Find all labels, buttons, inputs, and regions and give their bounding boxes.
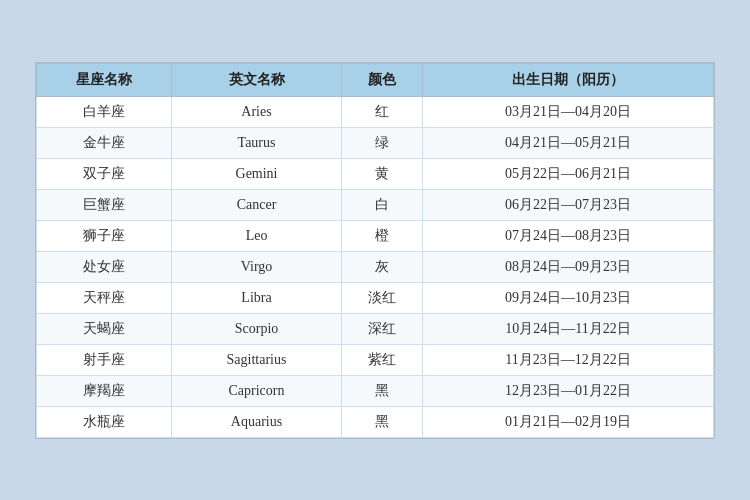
cell-date: 06月22日—07月23日	[422, 189, 713, 220]
header-color: 颜色	[341, 63, 422, 96]
cell-date: 10月24日—11月22日	[422, 313, 713, 344]
cell-en: Virgo	[172, 251, 341, 282]
cell-en: Aries	[172, 96, 341, 127]
cell-color: 黄	[341, 158, 422, 189]
cell-cn: 天秤座	[37, 282, 172, 313]
cell-en: Taurus	[172, 127, 341, 158]
table-header-row: 星座名称 英文名称 颜色 出生日期（阳历）	[37, 63, 714, 96]
cell-cn: 双子座	[37, 158, 172, 189]
cell-cn: 处女座	[37, 251, 172, 282]
cell-cn: 天蝎座	[37, 313, 172, 344]
cell-cn: 水瓶座	[37, 406, 172, 437]
cell-cn: 巨蟹座	[37, 189, 172, 220]
table-row: 白羊座Aries红03月21日—04月20日	[37, 96, 714, 127]
cell-cn: 白羊座	[37, 96, 172, 127]
cell-cn: 射手座	[37, 344, 172, 375]
cell-en: Libra	[172, 282, 341, 313]
cell-color: 橙	[341, 220, 422, 251]
table-row: 处女座Virgo灰08月24日—09月23日	[37, 251, 714, 282]
cell-date: 05月22日—06月21日	[422, 158, 713, 189]
cell-color: 深红	[341, 313, 422, 344]
cell-en: Scorpio	[172, 313, 341, 344]
cell-date: 04月21日—05月21日	[422, 127, 713, 158]
cell-date: 11月23日—12月22日	[422, 344, 713, 375]
table-row: 水瓶座Aquarius黑01月21日—02月19日	[37, 406, 714, 437]
cell-date: 01月21日—02月19日	[422, 406, 713, 437]
cell-cn: 摩羯座	[37, 375, 172, 406]
table-row: 射手座Sagittarius紫红11月23日—12月22日	[37, 344, 714, 375]
cell-date: 03月21日—04月20日	[422, 96, 713, 127]
cell-color: 灰	[341, 251, 422, 282]
cell-cn: 金牛座	[37, 127, 172, 158]
cell-en: Aquarius	[172, 406, 341, 437]
cell-en: Leo	[172, 220, 341, 251]
cell-color: 紫红	[341, 344, 422, 375]
cell-en: Cancer	[172, 189, 341, 220]
cell-color: 红	[341, 96, 422, 127]
table-row: 双子座Gemini黄05月22日—06月21日	[37, 158, 714, 189]
cell-en: Gemini	[172, 158, 341, 189]
cell-color: 黑	[341, 375, 422, 406]
zodiac-table-container: 星座名称 英文名称 颜色 出生日期（阳历） 白羊座Aries红03月21日—04…	[35, 62, 715, 439]
header-cn: 星座名称	[37, 63, 172, 96]
cell-cn: 狮子座	[37, 220, 172, 251]
cell-date: 12月23日—01月22日	[422, 375, 713, 406]
table-row: 巨蟹座Cancer白06月22日—07月23日	[37, 189, 714, 220]
cell-date: 09月24日—10月23日	[422, 282, 713, 313]
cell-en: Sagittarius	[172, 344, 341, 375]
table-row: 天蝎座Scorpio深红10月24日—11月22日	[37, 313, 714, 344]
cell-date: 07月24日—08月23日	[422, 220, 713, 251]
cell-color: 绿	[341, 127, 422, 158]
zodiac-table: 星座名称 英文名称 颜色 出生日期（阳历） 白羊座Aries红03月21日—04…	[36, 63, 714, 438]
table-row: 金牛座Taurus绿04月21日—05月21日	[37, 127, 714, 158]
table-row: 天秤座Libra淡红09月24日—10月23日	[37, 282, 714, 313]
table-row: 摩羯座Capricorn黑12月23日—01月22日	[37, 375, 714, 406]
header-date: 出生日期（阳历）	[422, 63, 713, 96]
header-en: 英文名称	[172, 63, 341, 96]
cell-en: Capricorn	[172, 375, 341, 406]
cell-color: 白	[341, 189, 422, 220]
table-row: 狮子座Leo橙07月24日—08月23日	[37, 220, 714, 251]
cell-color: 淡红	[341, 282, 422, 313]
cell-date: 08月24日—09月23日	[422, 251, 713, 282]
cell-color: 黑	[341, 406, 422, 437]
